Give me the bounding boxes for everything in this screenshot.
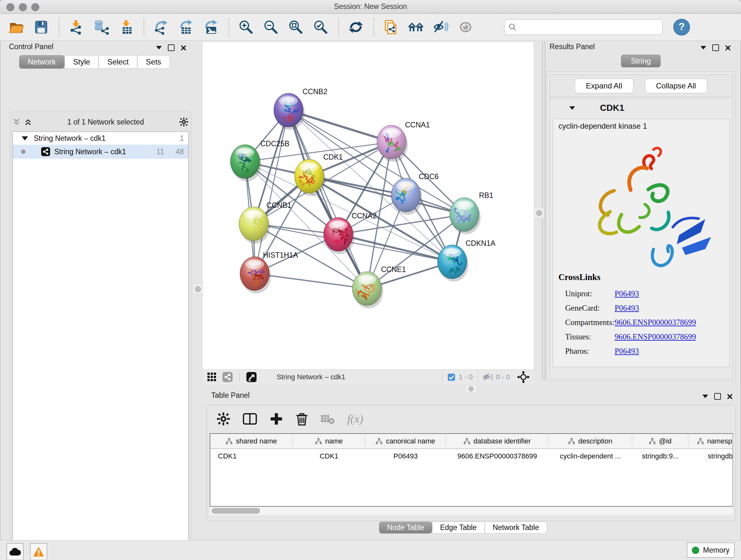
tab-network[interactable]: Network (19, 55, 64, 69)
panel-menu-icon[interactable] (702, 395, 708, 398)
tab-node-table[interactable]: Node Table (379, 522, 432, 534)
warning-status-icon[interactable] (30, 543, 47, 560)
node-count: 11 (156, 147, 164, 156)
hidden-node-edge-count: 0 - 0 (496, 373, 510, 381)
search-box (504, 19, 663, 35)
network-node-CDC6[interactable]: CDC6 (391, 172, 439, 215)
float-panel-icon[interactable] (714, 393, 721, 400)
memory-button[interactable]: Memory (687, 543, 735, 558)
network-node-CCNE1[interactable]: CCNE1 (352, 265, 406, 308)
crosslink-link[interactable]: P06493 (615, 289, 639, 298)
table-horizontal-scrollbar[interactable] (210, 506, 733, 515)
network-node-HIST1H1A[interactable]: HIST1H1A (240, 251, 298, 294)
right-splitter-handle[interactable] (534, 208, 544, 218)
help-icon[interactable]: ? (673, 19, 690, 36)
network-edge-CCNB2-CCNE1[interactable] (288, 110, 367, 289)
hidden-eye-icon[interactable] (482, 372, 493, 382)
node-result-header[interactable]: CDK1 (549, 99, 732, 117)
zoom-fit-icon[interactable] (288, 19, 304, 35)
collapse-all-button[interactable]: Collapse All (645, 78, 707, 93)
column-header-shared-name[interactable]: shared name (210, 434, 293, 449)
scrollbar-thumb[interactable] (212, 508, 260, 514)
expand-all-icon[interactable] (24, 118, 32, 126)
table-tabs: Node TableEdge TableNetwork Table (379, 522, 547, 534)
search-input[interactable] (519, 23, 658, 32)
network-edge-HIST1H1A-CCNE1[interactable] (255, 273, 367, 289)
table-cell: stringdb (688, 449, 733, 463)
hide-selected-icon[interactable] (433, 19, 449, 35)
show-all-icon[interactable] (458, 19, 474, 35)
tree-row-collection[interactable]: String Network – cdk1 1 (13, 132, 188, 145)
crosslink-link[interactable]: 9606.ENSP00000378699 (615, 332, 696, 341)
zoom-in-icon[interactable] (238, 19, 254, 35)
panel-menu-icon[interactable] (156, 46, 162, 50)
expand-all-button[interactable]: Expand All (575, 78, 633, 93)
export-table-icon[interactable] (178, 19, 194, 35)
close-panel-icon[interactable] (725, 45, 731, 51)
open-session-icon[interactable] (8, 19, 24, 35)
selected-checkbox-icon[interactable] (448, 373, 455, 381)
tab-edge-table[interactable]: Edge Table (432, 522, 485, 534)
gear-icon[interactable] (179, 117, 189, 127)
show-columns-icon[interactable] (243, 412, 257, 426)
column-header-canonical-name[interactable]: canonical name (365, 434, 446, 449)
fit-selected-crosshair-icon[interactable] (517, 371, 530, 383)
table-cell: 9606.ENSP00000378699 (446, 449, 549, 463)
birdseye-view-icon[interactable] (246, 372, 257, 382)
crosslink-link[interactable]: P06493 (615, 347, 639, 356)
column-header-description[interactable]: description (549, 434, 632, 449)
window-title: Session: New Session (0, 2, 741, 11)
network-edge-CDK1-RB1[interactable] (309, 176, 464, 214)
tree-row-network[interactable]: String Network – cdk1 11 48 (13, 145, 188, 159)
panel-menu-icon[interactable] (700, 46, 706, 50)
network-canvas[interactable]: CCNB2CCNA1CDC25BCDK1CDC6RB1CCNB1CCNA2CDK… (202, 42, 534, 370)
collapse-arrow-icon[interactable] (22, 136, 28, 140)
network-node-RB1[interactable]: RB1 (449, 191, 493, 234)
collapse-section-icon[interactable] (569, 106, 575, 110)
network-view-icon[interactable] (222, 372, 233, 382)
import-network-file-icon[interactable] (68, 19, 84, 35)
network-edge-CCNA2-CDKN1A[interactable] (338, 234, 452, 262)
grid-view-icon[interactable] (207, 372, 217, 382)
import-network-database-icon[interactable] (93, 19, 109, 35)
node-label-CDKN1A: CDKN1A (466, 239, 495, 247)
export-image-icon[interactable] (203, 19, 219, 35)
table-row[interactable]: CDK1CDK1P064939606.ENSP00000378699cyclin… (210, 449, 732, 463)
crosslink-link[interactable]: 9606.ENSP00000378699 (615, 318, 696, 327)
first-neighbors-icon[interactable] (408, 19, 424, 35)
left-splitter-handle[interactable] (193, 284, 203, 294)
close-panel-icon[interactable] (181, 45, 186, 51)
apply-layout-icon[interactable] (348, 19, 364, 35)
network-node-CCNA1[interactable]: CCNA1 (377, 121, 430, 162)
close-panel-icon[interactable] (727, 394, 733, 399)
import-table-file-icon[interactable] (118, 19, 134, 35)
column-header--id[interactable]: @id (632, 434, 688, 449)
network-node-CCNB2[interactable]: CCNB2 (274, 87, 327, 130)
table-cell: cyclin-dependent ... (549, 449, 632, 463)
create-column-plus-icon[interactable] (269, 412, 283, 426)
tab-string[interactable]: String (621, 55, 661, 67)
column-header-database-identifier[interactable]: database identifier (446, 434, 549, 449)
float-panel-icon[interactable] (168, 44, 175, 51)
zoom-out-icon[interactable] (263, 19, 279, 35)
tab-style[interactable]: Style (64, 55, 98, 69)
network-node-CDC25B[interactable]: CDC25B (230, 139, 289, 181)
zoom-selected-icon[interactable] (313, 19, 329, 35)
column-header-namespace[interactable]: namespace (688, 434, 733, 449)
cloud-status-icon[interactable] (6, 543, 23, 560)
tab-network-table[interactable]: Network Table (485, 522, 547, 534)
network-node-CDKN1A[interactable]: CDKN1A (437, 239, 495, 282)
float-panel-icon[interactable] (712, 44, 719, 51)
tab-sets[interactable]: Sets (137, 55, 170, 69)
save-session-icon[interactable] (33, 19, 49, 35)
export-network-icon[interactable] (153, 19, 169, 35)
new-network-from-selection-icon[interactable] (383, 19, 399, 35)
tab-select[interactable]: Select (98, 55, 137, 69)
table-settings-gear-icon[interactable] (216, 412, 230, 426)
collapse-all-icon[interactable] (12, 118, 21, 126)
column-header-name[interactable]: name (293, 434, 365, 449)
node-label-CDC6: CDC6 (419, 172, 439, 181)
delete-column-trash-icon[interactable] (295, 412, 308, 426)
crosslink-link[interactable]: P06493 (615, 304, 639, 313)
network-node-CDK1[interactable]: CDK1 (292, 153, 343, 196)
